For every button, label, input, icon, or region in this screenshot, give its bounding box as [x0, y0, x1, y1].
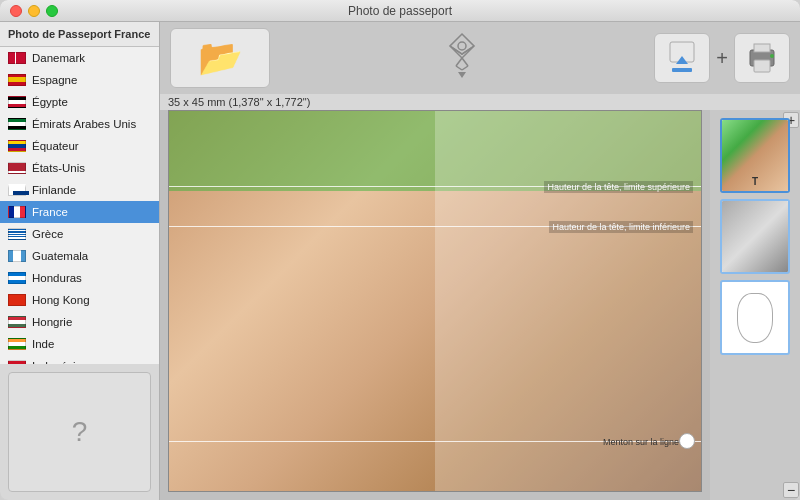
guide-line-chin: Menton sur la ligne	[169, 441, 701, 442]
country-flag	[8, 338, 26, 350]
country-item[interactable]: États-Unis	[0, 157, 159, 179]
country-name: France	[32, 206, 68, 218]
photo-area: Hauteur de la tête, limite supérieure Ha…	[160, 110, 800, 500]
main-container: Photo de Passeport France DanemarkEspagn…	[0, 22, 800, 500]
titlebar: Photo de passeport	[0, 0, 800, 22]
svg-marker-7	[458, 72, 466, 78]
photo-background: Hauteur de la tête, limite supérieure Ha…	[169, 111, 701, 491]
country-item[interactable]: Finlande	[0, 179, 159, 201]
svg-rect-10	[672, 68, 692, 72]
photo-canvas: Hauteur de la tête, limite supérieure Ha…	[168, 110, 702, 492]
guide-line-mid: Hauteur de la tête, limite inférieure	[169, 226, 701, 227]
guide-top-label: Hauteur de la tête, limite supérieure	[544, 181, 693, 193]
thumb-bw-face	[722, 201, 788, 272]
country-item[interactable]: Émirats Arabes Unis	[0, 113, 159, 135]
country-name: Égypte	[32, 96, 68, 108]
center-area: 📂	[160, 22, 800, 500]
svg-line-5	[456, 66, 462, 70]
country-flag	[8, 294, 26, 306]
country-flag	[8, 52, 26, 64]
window-title: Photo de passeport	[348, 4, 452, 18]
download-icon	[666, 40, 698, 76]
svg-marker-1	[450, 46, 474, 58]
logo-center	[436, 32, 488, 84]
close-button[interactable]	[10, 5, 22, 17]
country-flag	[8, 250, 26, 262]
country-name: Danemark	[32, 52, 85, 64]
print-button[interactable]	[734, 33, 790, 83]
country-name: Inde	[32, 338, 54, 350]
sidebar: Photo de Passeport France DanemarkEspagn…	[0, 22, 160, 500]
country-flag	[8, 74, 26, 86]
thumb-t-icon: T	[752, 176, 758, 187]
country-name: Indonésie	[32, 360, 82, 364]
country-flag	[8, 316, 26, 328]
country-item[interactable]: Inde	[0, 333, 159, 355]
preview-box: ?	[8, 372, 151, 492]
zoom-out-button[interactable]: −	[783, 482, 799, 498]
thumbnail-bw[interactable]	[720, 199, 790, 274]
folder-icon: 📂	[198, 37, 243, 79]
country-item[interactable]: France	[0, 201, 159, 223]
country-item[interactable]: Honduras	[0, 267, 159, 289]
country-name: Hongrie	[32, 316, 72, 328]
right-buttons: +	[654, 33, 790, 83]
svg-point-2	[458, 42, 466, 50]
country-item[interactable]: Grèce	[0, 223, 159, 245]
country-flag	[8, 206, 26, 218]
guide-line-top: Hauteur de la tête, limite supérieure	[169, 186, 701, 187]
plus-separator: +	[716, 47, 728, 70]
country-item[interactable]: Équateur	[0, 135, 159, 157]
traffic-lights	[10, 5, 58, 17]
country-name: Hong Kong	[32, 294, 90, 306]
guide-mid-label: Hauteur de la tête, limite inférieure	[549, 221, 693, 233]
country-flag	[8, 184, 26, 196]
country-flag	[8, 162, 26, 174]
sidebar-header: Photo de Passeport France	[0, 22, 159, 47]
country-name: Grèce	[32, 228, 63, 240]
country-list[interactable]: DanemarkEspagneÉgypteÉmirats Arabes Unis…	[0, 47, 159, 364]
country-name: Honduras	[32, 272, 82, 284]
thumbnail-color[interactable]: T	[720, 118, 790, 193]
country-name: États-Unis	[32, 162, 85, 174]
open-folder-button[interactable]: 📂	[170, 28, 270, 88]
country-item[interactable]: Hongrie	[0, 311, 159, 333]
thumb-outline-content	[722, 282, 788, 353]
country-item[interactable]: Hong Kong	[0, 289, 159, 311]
print-icon	[744, 40, 780, 76]
country-flag	[8, 228, 26, 240]
minimize-button[interactable]	[28, 5, 40, 17]
svg-line-4	[462, 58, 468, 66]
country-name: Espagne	[32, 74, 77, 86]
country-item[interactable]: Danemark	[0, 47, 159, 69]
svg-line-3	[456, 58, 462, 66]
country-flag	[8, 96, 26, 108]
right-overlay	[435, 111, 701, 491]
svg-marker-0	[450, 34, 474, 54]
face-outline	[737, 293, 773, 343]
country-name: Guatemala	[32, 250, 88, 262]
country-item[interactable]: Indonésie	[0, 355, 159, 364]
chin-label: Menton sur la ligne	[603, 437, 679, 447]
svg-point-14	[770, 54, 774, 58]
svg-rect-13	[754, 60, 770, 72]
toolbar-top: 📂	[160, 22, 800, 94]
maximize-button[interactable]	[46, 5, 58, 17]
country-name: Finlande	[32, 184, 76, 196]
country-item[interactable]: Espagne	[0, 69, 159, 91]
size-label: 35 x 45 mm (1,378" x 1,772")	[160, 94, 800, 110]
country-name: Équateur	[32, 140, 79, 152]
country-flag	[8, 140, 26, 152]
country-flag	[8, 360, 26, 364]
country-item[interactable]: Guatemala	[0, 245, 159, 267]
chin-handle[interactable]	[679, 433, 695, 449]
svg-rect-12	[754, 44, 770, 52]
country-flag	[8, 272, 26, 284]
svg-line-6	[462, 66, 468, 70]
thumbnail-outline[interactable]	[720, 280, 790, 355]
download-button[interactable]	[654, 33, 710, 83]
country-name: Émirats Arabes Unis	[32, 118, 136, 130]
country-flag	[8, 118, 26, 130]
country-item[interactable]: Égypte	[0, 91, 159, 113]
app-logo	[436, 32, 488, 84]
